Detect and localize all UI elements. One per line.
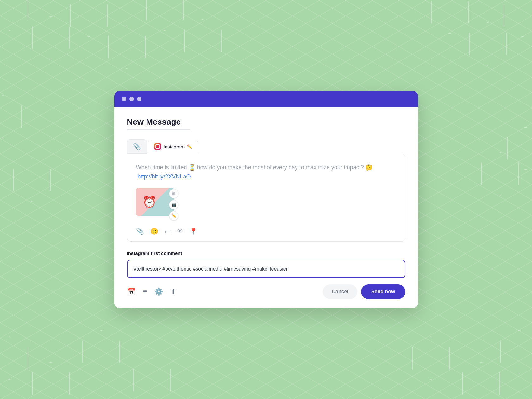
tab-default[interactable]: 📎 xyxy=(127,139,147,154)
clock-emoji: ⏰ xyxy=(142,195,157,209)
image-actions: 🗑 📷 ✏️ xyxy=(169,189,178,221)
image-edit-button[interactable]: ✏️ xyxy=(169,211,178,221)
main-content: New Message 📎 Instagram ✏️ When time is … xyxy=(114,107,418,242)
calendar-icon[interactable]: 📅 xyxy=(127,288,135,296)
media-icon[interactable]: ▭ xyxy=(165,228,171,235)
attachment-icon[interactable]: 📎 xyxy=(136,228,144,235)
page-title: New Message xyxy=(127,117,405,127)
tab-instagram-label: Instagram xyxy=(164,144,185,149)
image-delete-button[interactable]: 🗑 xyxy=(169,189,178,198)
message-text: When time is limited ⏳ how do you make t… xyxy=(136,163,396,181)
action-buttons: Cancel Send now xyxy=(323,284,405,299)
bottom-section: Instagram first comment 📅 ≡ ⚙️ ⬆ Cancel … xyxy=(114,242,418,308)
eye-icon[interactable]: 👁 xyxy=(177,228,183,235)
first-comment-label: Instagram first comment xyxy=(127,251,405,256)
instagram-icon xyxy=(154,143,161,150)
send-now-button[interactable]: Send now xyxy=(361,284,405,299)
share-icon[interactable]: ⬆ xyxy=(171,288,176,296)
title-divider xyxy=(127,129,190,130)
paperclip-icon: 📎 xyxy=(133,143,141,150)
compose-toolbar: 📎 🙂 ▭ 👁 📍 xyxy=(136,225,396,235)
message-text-content: When time is limited ⏳ how do you make t… xyxy=(136,164,372,171)
settings-icon[interactable]: ⚙️ xyxy=(154,288,163,296)
compose-area: When time is limited ⏳ how do you make t… xyxy=(127,154,405,242)
list-icon[interactable]: ≡ xyxy=(143,288,147,296)
location-icon[interactable]: 📍 xyxy=(190,228,197,235)
app-window: New Message 📎 Instagram ✏️ When time is … xyxy=(114,91,418,308)
emoji-icon[interactable]: 🙂 xyxy=(150,228,158,235)
bottom-icons: 📅 ≡ ⚙️ ⬆ xyxy=(127,288,177,296)
tab-edit-icon: ✏️ xyxy=(187,144,192,149)
traffic-light-green[interactable] xyxy=(137,97,141,101)
first-comment-input[interactable] xyxy=(127,260,405,278)
cancel-button[interactable]: Cancel xyxy=(323,284,357,299)
traffic-light-yellow[interactable] xyxy=(129,97,134,101)
image-container: ⏰ 🗑 📷 ✏️ xyxy=(136,188,174,216)
attached-image: ⏰ xyxy=(136,188,174,216)
tab-instagram[interactable]: Instagram ✏️ xyxy=(148,140,198,153)
title-bar xyxy=(114,91,418,107)
bottom-toolbar: 📅 ≡ ⚙️ ⬆ Cancel Send now xyxy=(127,284,405,299)
image-preview-button[interactable]: 📷 xyxy=(169,200,178,209)
message-link[interactable]: http://bit.ly/2XVNLaO xyxy=(138,173,191,180)
traffic-light-red[interactable] xyxy=(122,97,126,101)
tabs-row: 📎 Instagram ✏️ xyxy=(127,139,405,154)
